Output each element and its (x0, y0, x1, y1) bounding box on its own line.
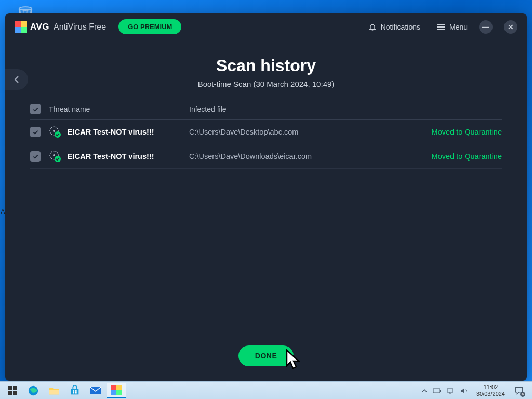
avg-main-window: AVG AntiVirus Free GO PREMIUM Notificati… (5, 13, 527, 381)
volume-icon[interactable] (460, 387, 468, 394)
check-icon (32, 106, 39, 113)
store-icon (69, 385, 81, 396)
hamburger-icon (437, 24, 445, 30)
svg-rect-27 (433, 389, 440, 393)
table-row: EICAR Test-NOT virus!!! C:\Users\Dave\Do… (30, 144, 502, 169)
svg-rect-23 (111, 385, 116, 390)
avg-taskbar-icon[interactable] (107, 383, 126, 398)
table-row: EICAR Test-NOT virus!!! C:\Users\Dave\De… (30, 120, 502, 144)
notification-badge: 4 (520, 392, 525, 397)
svg-rect-21 (75, 392, 77, 393)
clock-time: 11:02 (484, 384, 498, 391)
svg-point-6 (53, 130, 55, 132)
svg-rect-3 (15, 27, 21, 33)
svg-point-9 (53, 154, 55, 156)
svg-rect-29 (447, 389, 453, 392)
titlebar: AVG AntiVirus Free GO PREMIUM Notificati… (5, 13, 527, 41)
taskbar-clock[interactable]: 11:02 30/03/2024 (473, 384, 508, 397)
clock-date: 30/03/2024 (476, 391, 505, 397)
check-icon (32, 129, 39, 136)
svg-rect-12 (13, 386, 17, 390)
threat-resolved-icon (49, 126, 61, 138)
minimize-button[interactable]: — (479, 20, 493, 34)
close-button[interactable]: ✕ (504, 20, 517, 34)
avg-small-icon (111, 385, 122, 395)
menu-label: Menu (449, 23, 468, 31)
check-icon (32, 153, 39, 160)
svg-rect-20 (73, 392, 74, 393)
row-checkbox[interactable] (30, 127, 41, 137)
network-icon[interactable] (446, 387, 455, 394)
row-checkbox[interactable] (30, 151, 41, 162)
table-header: Threat name Infected file (30, 101, 502, 120)
notifications-label: Notifications (381, 23, 420, 31)
avg-logo-icon (15, 21, 27, 33)
windows-taskbar: 11:02 30/03/2024 4 (0, 381, 532, 399)
select-all-checkbox[interactable] (30, 104, 41, 114)
threat-status: Moved to Quarantine (403, 152, 502, 161)
windows-logo-icon (8, 386, 17, 395)
menu-button[interactable]: Menu (437, 23, 468, 31)
svg-rect-24 (116, 385, 122, 390)
store-taskbar-icon[interactable] (65, 383, 85, 398)
folder-icon (48, 385, 60, 396)
svg-rect-28 (440, 390, 441, 392)
svg-rect-19 (75, 390, 77, 392)
edge-taskbar-icon[interactable] (23, 383, 43, 398)
threat-resolved-icon (49, 150, 61, 163)
svg-rect-26 (116, 390, 122, 395)
product-text: AntiVirus Free (54, 22, 106, 32)
threat-status: Moved to Quarantine (403, 128, 502, 136)
file-explorer-taskbar-icon[interactable] (44, 383, 64, 398)
threat-name-text: EICAR Test-NOT virus!!! (68, 128, 154, 136)
svg-rect-16 (49, 390, 59, 394)
svg-point-0 (19, 7, 32, 10)
header-threat-name: Threat name (49, 105, 189, 113)
stray-text: A (1, 208, 5, 216)
page-subtitle: Boot-time Scan (30 March 2024, 10:49) (30, 79, 502, 88)
mail-taskbar-icon[interactable] (86, 383, 105, 398)
svg-rect-17 (71, 389, 79, 394)
tray-chevron-up-icon[interactable] (421, 388, 428, 394)
system-tray: 11:02 30/03/2024 4 (421, 384, 530, 397)
header-infected-file: Infected file (189, 105, 403, 113)
done-button[interactable]: DONE (238, 345, 294, 366)
svg-rect-25 (111, 390, 116, 395)
start-button[interactable] (3, 383, 22, 398)
chevron-left-icon (14, 75, 19, 84)
edge-icon (28, 385, 39, 396)
threat-name-text: EICAR Test-NOT virus!!! (68, 152, 154, 161)
svg-rect-4 (21, 27, 27, 33)
go-premium-button[interactable]: GO PREMIUM (118, 19, 181, 34)
svg-rect-14 (13, 391, 17, 395)
back-button[interactable] (5, 69, 28, 90)
infected-file-path: C:\Users\Dave\Downloads\eicar.com (189, 152, 403, 161)
content-area: Scan history Boot-time Scan (30 March 20… (5, 41, 527, 381)
brand-text: AVG (30, 22, 49, 32)
battery-icon[interactable] (433, 387, 441, 394)
svg-rect-18 (73, 390, 74, 392)
svg-rect-13 (8, 391, 12, 395)
bell-icon (368, 23, 377, 31)
mail-icon (89, 386, 102, 395)
svg-rect-2 (21, 21, 27, 27)
action-center-button[interactable]: 4 (513, 385, 525, 396)
avg-logo: AVG AntiVirus Free (15, 21, 106, 33)
infected-file-path: C:\Users\Dave\Desktop\abc.com (189, 128, 403, 136)
notifications-button[interactable]: Notifications (368, 23, 420, 31)
svg-rect-1 (15, 21, 21, 27)
page-title: Scan history (30, 56, 502, 75)
svg-rect-11 (8, 386, 12, 390)
